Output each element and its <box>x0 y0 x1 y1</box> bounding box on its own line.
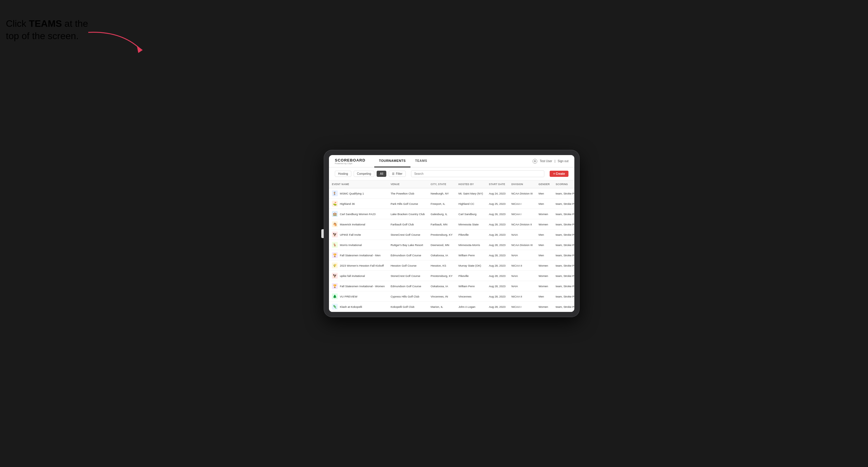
col-start-date: START DATE <box>486 180 508 188</box>
cell-event-name: 🏆 Fall Statesmen Invitational - Men <box>329 250 388 260</box>
cell-scoring: team, Stroke Play <box>553 291 575 302</box>
cell-event-name: 🐴 Maverick Invitational <box>329 219 388 229</box>
user-name: Test User <box>539 159 552 163</box>
cell-division: NAIA <box>508 229 535 240</box>
competing-filter-button[interactable]: Competing <box>354 171 374 177</box>
cell-venue: StoneCrest Golf Course <box>388 229 428 240</box>
filter-button[interactable]: ☰ Filter <box>389 171 405 177</box>
event-name-text: UPIKE Fall Invite <box>340 233 361 236</box>
search-input[interactable] <box>411 170 545 177</box>
cell-scoring: team, Stroke Play <box>553 250 575 260</box>
event-name-text: VU PREVIEW <box>340 295 358 298</box>
cell-hosted-by: Pikeville <box>456 229 486 240</box>
cell-division: NICAA I <box>508 199 535 209</box>
cell-city-state: Marion, IL <box>428 302 456 312</box>
cell-event-name: 🦅 upike fall invitational <box>329 271 388 281</box>
create-button[interactable]: + Create <box>550 171 568 177</box>
cell-start-date: Aug 28, 2023 <box>486 291 508 302</box>
cell-division: NAIA <box>508 250 535 260</box>
cell-city-state: Prestonsburg, KY <box>428 271 456 281</box>
cell-gender: Women <box>535 260 553 271</box>
event-icon: 🦅 <box>332 273 338 279</box>
tournaments-table: EVENT NAME VENUE CITY, STATE HOSTED BY S… <box>329 180 575 312</box>
cell-venue: Park Hills Golf Course <box>388 199 428 209</box>
table-row: ⛳ Highland 36 Park Hills Golf Course Fre… <box>329 199 575 209</box>
event-icon: 🏫 <box>332 211 338 217</box>
col-gender: GENDER <box>535 180 553 188</box>
nav-right: ⚙ Test User | Sign out <box>533 159 568 164</box>
col-division: DIVISION <box>508 180 535 188</box>
event-icon: 🌲 <box>332 293 338 299</box>
cell-start-date: Aug 28, 2023 <box>486 302 508 312</box>
table-row: 🏆 Fall Statesmen Invitational - Women Ed… <box>329 281 575 291</box>
cell-city-state: Oskaloosa, IA <box>428 281 456 291</box>
cell-hosted-by: Murray State (OK) <box>456 260 486 271</box>
cell-scoring: team, Stroke Play <box>553 281 575 291</box>
tablet-frame: SCOREBOARD Powered by Clipit TOURNAMENTS… <box>324 150 580 317</box>
cell-scoring: team, Stroke Play <box>553 209 575 219</box>
hosting-filter-button[interactable]: Hosting <box>335 171 351 177</box>
event-icon: ⛳ <box>332 201 338 207</box>
event-icon: 🌾 <box>332 262 338 268</box>
table-row: 🦌 Morris Invitational Ruttger's Bay Lake… <box>329 240 575 250</box>
cell-gender: Men <box>535 240 553 250</box>
cell-city-state: Prestonsburg, KY <box>428 229 456 240</box>
cell-hosted-by: Carl Sandburg <box>456 209 486 219</box>
col-hosted-by: HOSTED BY <box>456 180 486 188</box>
cell-event-name: 🌲 VU PREVIEW <box>329 291 388 302</box>
cell-scoring: team, Stroke Play <box>553 229 575 240</box>
cell-gender: Women <box>535 302 553 312</box>
cell-venue: Edmundson Golf Course <box>388 250 428 260</box>
cell-gender: Women <box>535 281 553 291</box>
cell-division: NAIA <box>508 281 535 291</box>
event-name-text: Fall Statesmen Invitational - Men <box>340 254 380 257</box>
cell-event-name: 🏫 Carl Sandburg Women FA23 <box>329 209 388 219</box>
all-filter-button[interactable]: All <box>377 171 386 177</box>
table-header-row: EVENT NAME VENUE CITY, STATE HOSTED BY S… <box>329 180 575 188</box>
table-row: 🦎 Klash at Kokopelli Kokopelli Golf Club… <box>329 302 575 312</box>
cell-venue: Faribault Golf Club <box>388 219 428 229</box>
table-row: 🌾 2023 Women's Hesston Fall Kickoff Hess… <box>329 260 575 271</box>
event-icon: 🏆 <box>332 283 338 289</box>
cell-gender: Men <box>535 250 553 260</box>
gear-icon[interactable]: ⚙ <box>533 159 537 164</box>
tab-tournaments[interactable]: TOURNAMENTS <box>374 155 410 167</box>
cell-venue: Cypress Hills Golf Club <box>388 291 428 302</box>
tablet-screen: SCOREBOARD Powered by Clipit TOURNAMENTS… <box>329 155 575 312</box>
sign-out-link[interactable]: Sign out <box>558 159 568 163</box>
tab-teams[interactable]: TEAMS <box>410 155 432 167</box>
event-name-text: Morris Invitational <box>340 243 362 247</box>
cell-division: NICAA II <box>508 260 535 271</box>
cell-gender: Women <box>535 209 553 219</box>
table-row: 🏌️ MSMC Qualifying 1 The Powelton Club N… <box>329 188 575 199</box>
cell-gender: Men <box>535 199 553 209</box>
cell-city-state: Vincennes, IN <box>428 291 456 302</box>
cell-gender: Women <box>535 219 553 229</box>
cell-division: NAIA <box>508 271 535 281</box>
cell-hosted-by: William Penn <box>456 281 486 291</box>
cell-scoring: team, Stroke Play <box>553 199 575 209</box>
cell-scoring: team, Stroke Play <box>553 188 575 199</box>
event-icon: 🏆 <box>332 252 338 258</box>
table-row: 🏆 Fall Statesmen Invitational - Men Edmu… <box>329 250 575 260</box>
cell-start-date: Aug 28, 2023 <box>486 271 508 281</box>
cell-start-date: Aug 24, 2023 <box>486 188 508 199</box>
cell-start-date: Aug 28, 2023 <box>486 219 508 229</box>
cell-event-name: 🌾 2023 Women's Hesston Fall Kickoff <box>329 260 388 271</box>
cell-gender: Women <box>535 271 553 281</box>
cell-city-state: Oskaloosa, IA <box>428 250 456 260</box>
cell-scoring: team, Stroke Play <box>553 240 575 250</box>
filter-icon: ☰ <box>392 172 395 176</box>
cell-venue: Hesston Golf Course <box>388 260 428 271</box>
table-row: 🏫 Carl Sandburg Women FA23 Lake Bracken … <box>329 209 575 219</box>
cell-city-state: Faribault, MN <box>428 219 456 229</box>
cell-hosted-by: Highland CC <box>456 199 486 209</box>
filter-label: Filter <box>396 172 402 176</box>
cell-event-name: 🏆 Fall Statesmen Invitational - Women <box>329 281 388 291</box>
col-scoring: SCORING <box>553 180 575 188</box>
instruction-text: Click TEAMS at the top of the screen. <box>6 18 100 42</box>
cell-start-date: Aug 26, 2023 <box>486 209 508 219</box>
logo-sub: Powered by Clipit <box>335 162 366 164</box>
cell-start-date: Aug 28, 2023 <box>486 240 508 250</box>
event-icon: 🏌️ <box>332 190 338 196</box>
